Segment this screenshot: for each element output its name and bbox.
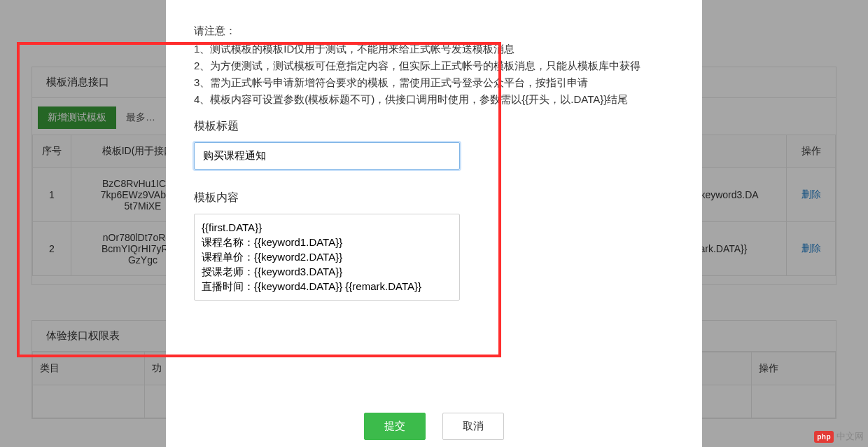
notice-list: 1、测试模板的模板ID仅用于测试，不能用来给正式帐号发送模板消息 2、为方便测试… — [194, 41, 674, 108]
template-content-textarea[interactable] — [194, 214, 460, 301]
template-content-label: 模板内容 — [194, 191, 674, 205]
watermark-badge: php — [814, 431, 834, 443]
notice-heading: 请注意： — [194, 25, 674, 38]
template-modal: 请注意： 1、测试模板的模板ID仅用于测试，不能用来给正式帐号发送模板消息 2、… — [166, 0, 702, 447]
notice-item: 3、需为正式帐号申请新增符合要求的模板，需使用正式号登录公众平台，按指引申请 — [194, 74, 674, 91]
submit-button[interactable]: 提交 — [364, 413, 426, 440]
notice-item: 2、为方便测试，测试模板可任意指定内容，但实际上正式帐号的模板消息，只能从模板库… — [194, 57, 674, 74]
watermark-text: 中文网 — [836, 430, 864, 443]
cancel-button[interactable]: 取消 — [442, 413, 504, 440]
notice-item: 1、测试模板的模板ID仅用于测试，不能用来给正式帐号发送模板消息 — [194, 41, 674, 57]
template-title-input[interactable] — [194, 142, 460, 170]
modal-actions: 提交 取消 — [166, 413, 702, 440]
template-title-label: 模板标题 — [194, 119, 674, 134]
watermark: php 中文网 — [814, 430, 864, 443]
notice-item: 4、模板内容可设置参数(模板标题不可)，供接口调用时使用，参数需以{{开头，以.… — [194, 91, 674, 108]
